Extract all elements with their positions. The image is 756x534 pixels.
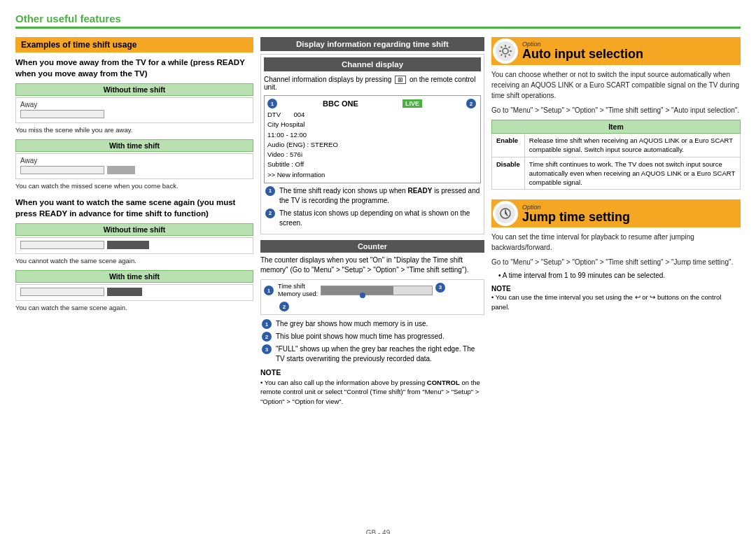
mid-note-title: NOTE (260, 368, 484, 377)
channel-info-row: DTV 004 City Hospital 11:00 - 12:00 Audi… (267, 110, 477, 180)
cbullet-2-text: This blue point shows how much time has … (276, 332, 444, 342)
table-row-disable: Disable Time shift continues to work. Th… (492, 157, 741, 190)
channel-top-row: 1 BBC ONE LIVE 2 (267, 99, 477, 108)
block1-without-caption: You miss the scene while you are away. (15, 126, 253, 134)
bar-empty-4 (20, 288, 104, 296)
main-columns: Examples of time shift usage When you mo… (15, 37, 741, 525)
counter-circle-2: 2 (279, 302, 289, 311)
page-number: GB - 49 (15, 529, 741, 534)
auto-input-icon (493, 38, 518, 64)
middle-column: Display information regarding time shift… (260, 37, 484, 525)
jump-time-block: Option Jump time setting You can set the… (491, 199, 741, 311)
cbullet-1-num: 1 (262, 319, 272, 329)
block1-with-caption: You can watch the missed scene when you … (15, 182, 253, 190)
bullet-2-num: 2 (265, 209, 275, 218)
channel-display-header: Channel display (264, 57, 481, 71)
jump-time-body: You can set the time interval for playba… (491, 232, 741, 253)
jump-time-title: Jump time setting (522, 211, 630, 225)
counter-text: The counter displays when you set "On" i… (260, 255, 484, 275)
right-column: Option Auto input selection You can choo… (491, 37, 741, 525)
block2-without-demo (15, 237, 253, 254)
remote-button-symbol: ⊞ (395, 76, 406, 84)
counter-bullet-1: 1 The grey bar shows how much memory is … (262, 319, 484, 329)
channel-subtitle: Subtitle : Off (267, 160, 338, 169)
jump-time-nav: Go to "Menu" > "Setup" > "Option" > "Tim… (491, 257, 741, 267)
block1-heading: When you move away from the TV for a whi… (15, 57, 253, 79)
mid-note-text: • You can also call up the information a… (260, 378, 484, 406)
auto-input-nav: Go to "Menu" > "Setup" > "Option" > "Tim… (491, 105, 741, 115)
channel-info-box: 1 BBC ONE LIVE 2 DTV 004 City H (264, 95, 481, 183)
memory-dot (360, 293, 365, 298)
block1-without-demo: Away (15, 97, 253, 123)
auto-input-title: Auto input selection (522, 48, 643, 62)
counter-circle-2-row: 2 (264, 302, 481, 311)
bullet-1-num: 1 (265, 186, 275, 196)
channel-audio: Audio (ENG) : STEREO (267, 140, 338, 150)
page: Other useful features Examples of time s… (0, 0, 756, 534)
channel-bullets: 1 The time shift ready icon shows up whe… (264, 186, 481, 228)
block1-with-demo: Away (15, 153, 253, 179)
channel-display-box: Channel display Channel information disp… (260, 54, 484, 234)
counter-bullet-3: 3 "FULL" shows up when the grey bar reac… (262, 344, 484, 364)
channel-program: City Hospital (267, 120, 338, 129)
bullet-1-text: The time shift ready icon shows up when … (279, 186, 481, 206)
cbullet-3-text: "FULL" shows up when the grey bar reache… (276, 344, 484, 364)
bar-row-3 (20, 241, 248, 249)
block2-without-caption: You cannot watch the same scene again. (15, 257, 253, 265)
live-badge: LIVE (402, 99, 422, 108)
circle-2: 2 (466, 99, 476, 108)
cbullet-3-num: 3 (262, 344, 272, 354)
jump-time-title-block: Option Jump time setting (522, 204, 630, 225)
block1-with-label: With time shift (15, 139, 253, 152)
counter-section: Counter The counter displays when you se… (260, 240, 484, 406)
disable-label: Disable (492, 157, 525, 190)
counter-circle-1: 1 (264, 286, 274, 295)
bar-empty-1 (20, 110, 104, 118)
memory-bar (321, 286, 433, 295)
bullet-2-text: The status icon shows up depending on wh… (279, 209, 481, 228)
channel-display-desc: Channel information displays by pressing… (264, 76, 481, 91)
channel-name: BBC ONE (323, 99, 358, 108)
bar-segment-dark (107, 241, 149, 249)
jump-time-icon (493, 201, 518, 226)
channel-time: 11:00 - 12:00 (267, 130, 338, 140)
block2-heading: When you want to watch the same scene ag… (15, 197, 253, 219)
counter-circle-3: 3 (435, 283, 445, 293)
jump-time-note-title: NOTE (491, 285, 741, 293)
jump-time-note: NOTE • You can use the time interval you… (491, 285, 741, 311)
disable-desc: Time shift continues to work. The TV doe… (524, 157, 740, 190)
left-column: Examples of time shift usage When you mo… (15, 37, 253, 525)
block2-without-label: Without time shift (15, 223, 253, 236)
svg-point-0 (503, 48, 508, 54)
bullet-item-2: 2 The status icon shows up depending on … (265, 209, 481, 228)
jump-time-note-text: • You can use the time interval you set … (491, 293, 741, 311)
counter-visual: 1 Time shift Memory used: 3 2 (260, 279, 484, 315)
jump-time-icon-inner (496, 204, 515, 223)
auto-input-table: Item Enable Release time shift when rece… (491, 120, 741, 190)
page-header: Other useful features (15, 13, 741, 29)
cbullet-1-text: The grey bar shows how much memory is in… (276, 319, 428, 329)
auto-input-block: Option Auto input selection You can choo… (491, 37, 741, 190)
channel-type-num: DTV 004 (267, 110, 338, 120)
jump-time-bullet: • A time interval from 1 to 99 minutes c… (498, 272, 741, 279)
bar-segment-dark2 (107, 288, 142, 296)
bar-empty-2 (20, 166, 104, 174)
counter-bullet-2: 2 This blue point shows how much time ha… (262, 332, 484, 342)
mid-note-content: You can also call up the information abo… (260, 379, 480, 405)
table-header: Item (492, 120, 741, 134)
auto-input-header: Option Auto input selection (491, 37, 741, 65)
left-section-title: Examples of time shift usage (15, 37, 253, 52)
enable-desc: Release time shift when receiving an AQU… (524, 134, 740, 157)
mid-note: NOTE • You can also call up the informat… (260, 368, 484, 406)
counter-labels: Time shift Memory used: (278, 283, 318, 299)
auto-input-body: You can choose whether or not to switch … (491, 69, 741, 101)
block2-with-demo (15, 284, 253, 301)
channel-info-left: DTV 004 City Hospital 11:00 - 12:00 Audi… (267, 110, 338, 180)
page-title: Other useful features (15, 13, 121, 24)
bar-empty-3 (20, 241, 104, 249)
table-row-enable: Enable Release time shift when receiving… (492, 134, 741, 157)
bar-row-4 (20, 288, 248, 296)
block1-without-label: Without time shift (15, 83, 253, 96)
block2-with-label: With time shift (15, 270, 253, 283)
counter-bar-area: 1 Time shift Memory used: 3 (264, 283, 481, 299)
